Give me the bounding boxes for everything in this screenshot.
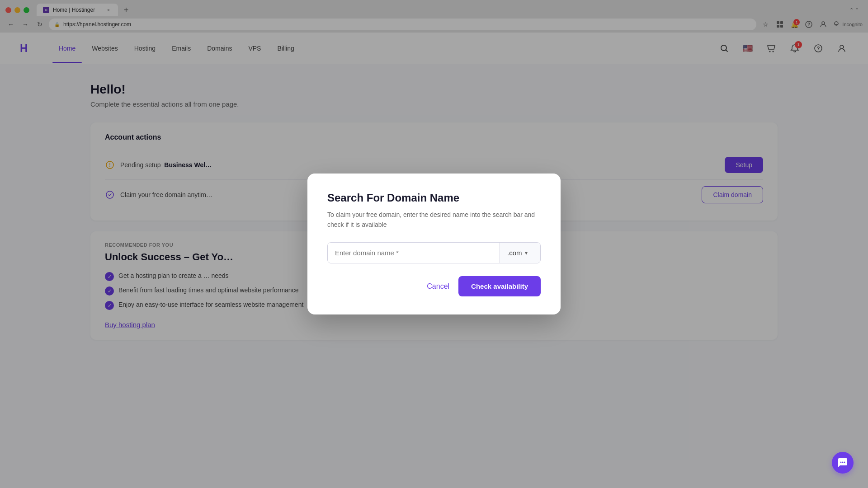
modal-actions: Cancel Check availability	[327, 276, 541, 296]
domain-extension-selector[interactable]: .com ▾	[500, 243, 540, 263]
check-availability-button[interactable]: Check availability	[458, 276, 541, 296]
cancel-button[interactable]: Cancel	[427, 282, 449, 291]
modal-title: Search For Domain Name	[327, 192, 541, 204]
domain-input-row: .com ▾	[327, 242, 541, 263]
modal-overlay[interactable]: Search For Domain Name To claim your fre…	[0, 0, 868, 488]
modal-description: To claim your free domain, enter the des…	[327, 210, 541, 230]
chat-button[interactable]	[832, 452, 854, 474]
domain-search-modal: Search For Domain Name To claim your fre…	[307, 174, 561, 315]
chevron-down-icon: ▾	[525, 250, 528, 256]
svg-point-21	[842, 462, 844, 463]
svg-point-22	[844, 462, 845, 463]
extension-value: .com	[507, 249, 522, 257]
domain-name-input[interactable]	[328, 243, 500, 263]
svg-point-20	[840, 462, 842, 463]
